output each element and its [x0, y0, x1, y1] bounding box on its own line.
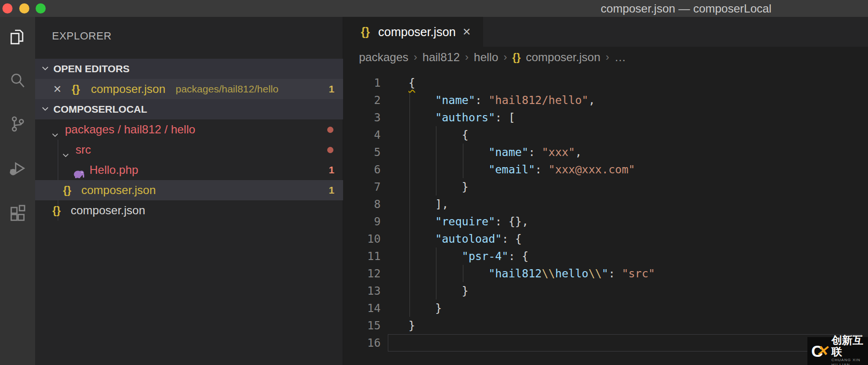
code-line-12[interactable]: 12 "hail812\\hello\\": "src": [344, 265, 868, 282]
code-line-15[interactable]: 15}: [344, 317, 868, 334]
tree-item-label: packages / hail812 / hello: [65, 119, 195, 140]
open-editor-item[interactable]: × {} composer.json packages/hail812/hell…: [35, 79, 343, 99]
code-line-2[interactable]: 2 "name": "hail812/hello",: [344, 91, 868, 109]
line-number[interactable]: 14: [344, 300, 381, 317]
code-token: [408, 215, 435, 228]
breadcrumb-item[interactable]: composer.json: [526, 51, 600, 64]
line-number[interactable]: 7: [344, 178, 381, 196]
tab-composer-json[interactable]: {} composer.json ×: [344, 17, 483, 47]
maximize-window-button[interactable]: [36, 3, 46, 13]
code-token: [408, 250, 462, 262]
code-line-10[interactable]: 10 "autoload": {: [344, 230, 868, 248]
line-number[interactable]: 1: [344, 74, 381, 91]
code-token: [408, 111, 435, 124]
code-line-14[interactable]: 14 }: [344, 300, 868, 317]
code-token: \\: [588, 267, 602, 280]
code-token: }: [408, 319, 415, 332]
code-token: "hail812: [488, 267, 542, 280]
close-window-button[interactable]: [2, 3, 13, 13]
breadcrumb-item[interactable]: packages: [359, 51, 408, 64]
code-token: {: [515, 233, 522, 245]
tree-item-composer-json-selected[interactable]: {} composer.json 1: [35, 180, 343, 200]
problem-badge: 1: [329, 160, 334, 180]
code-text: {: [408, 74, 415, 91]
watermark-subtitle: CHUANG XIN HU LIAN: [831, 358, 868, 365]
breadcrumb: packages › hail812 › hello › {} composer…: [344, 47, 868, 67]
code-line-7[interactable]: 7 }: [344, 178, 868, 196]
code-token: [408, 267, 488, 280]
extensions-icon[interactable]: [9, 204, 26, 222]
line-number[interactable]: 16: [344, 334, 381, 352]
open-editors-header[interactable]: OPEN EDITORS: [35, 59, 343, 79]
code-token: :: [495, 215, 509, 228]
line-number[interactable]: 5: [344, 143, 381, 161]
tree-item-composer-json-root[interactable]: {} composer.json: [35, 200, 343, 221]
code-token: [408, 163, 488, 176]
code-text: "email": "xxx@xxx.com": [408, 161, 635, 178]
code-token: :: [495, 111, 509, 124]
code-line-1[interactable]: 1{: [344, 74, 868, 91]
code-token: :: [535, 163, 549, 176]
json-file-icon: {}: [512, 51, 521, 64]
code-line-5[interactable]: 5 "name": "xxx",: [344, 143, 868, 161]
code-token: "email": [488, 163, 535, 176]
tab-close-icon[interactable]: ×: [463, 17, 471, 47]
tree-item-packages-folder[interactable]: packages / hail812 / hello: [35, 119, 343, 140]
line-number[interactable]: 11: [344, 248, 381, 265]
code-token: "name": [488, 146, 528, 158]
code-line-13[interactable]: 13 }: [344, 282, 868, 300]
code-line-8[interactable]: 8 ],: [344, 196, 868, 213]
code-token: ],: [408, 198, 448, 210]
breadcrumb-item[interactable]: hello: [474, 51, 498, 64]
json-file-icon: {}: [72, 79, 80, 99]
breadcrumb-item[interactable]: hail812: [422, 51, 460, 64]
line-number[interactable]: 10: [344, 230, 381, 248]
breadcrumb-item[interactable]: …: [614, 51, 626, 64]
run-debug-icon[interactable]: [9, 159, 26, 177]
line-number[interactable]: 2: [344, 91, 381, 109]
code-token: }: [408, 285, 469, 297]
line-number[interactable]: 13: [344, 282, 381, 300]
code-text: "authors": [: [408, 109, 515, 126]
line-number[interactable]: 15: [344, 317, 381, 334]
code-token: :: [528, 146, 542, 158]
code-text: }: [408, 282, 469, 300]
source-control-icon[interactable]: [9, 115, 26, 133]
explorer-sidebar: EXPLORER OPEN EDITORS × {} composer.json…: [35, 17, 343, 365]
watermark-title: 创新互联: [831, 335, 868, 358]
minimize-window-button[interactable]: [19, 3, 29, 13]
code-line-3[interactable]: 3 "authors": [: [344, 109, 868, 126]
project-section-header[interactable]: COMPOSERLOCAL: [35, 99, 343, 119]
code-editor[interactable]: 1{2 "name": "hail812/hello",3 "authors":…: [344, 67, 868, 365]
breadcrumb-separator: ›: [504, 51, 507, 64]
breadcrumb-separator: ›: [465, 51, 468, 64]
code-line-4[interactable]: 4 {: [344, 126, 868, 143]
code-text: "hail812\\hello\\": "src": [408, 265, 655, 282]
line-number[interactable]: 3: [344, 109, 381, 126]
line-number[interactable]: 4: [344, 126, 381, 143]
line-number[interactable]: 12: [344, 265, 381, 282]
code-token: "require": [435, 215, 495, 228]
sidebar-title: EXPLORER: [52, 29, 112, 43]
code-line-9[interactable]: 9 "require": {},: [344, 213, 868, 230]
code-text: "name": "hail812/hello",: [408, 91, 595, 109]
window-title: composer.json — composerLocal: [566, 0, 806, 17]
line-number[interactable]: 6: [344, 161, 381, 178]
explorer-icon[interactable]: [9, 28, 26, 46]
modified-dot-badge: [327, 127, 333, 133]
search-icon[interactable]: [9, 72, 26, 90]
line-number[interactable]: 8: [344, 196, 381, 213]
breadcrumb-separator: ›: [606, 51, 609, 64]
code-line-6[interactable]: 6 "email": "xxx@xxx.com": [344, 161, 868, 178]
line-number[interactable]: 9: [344, 213, 381, 230]
code-token: \\: [542, 267, 555, 280]
open-editor-filename: composer.json: [91, 79, 166, 99]
tree-item-label: composer.json: [71, 200, 145, 221]
tree-item-src-folder[interactable]: src: [35, 140, 343, 160]
code-line-11[interactable]: 11 "psr-4": {: [344, 248, 868, 265]
problem-badge: 1: [329, 180, 334, 200]
code-token: {: [522, 250, 528, 262]
close-editor-icon[interactable]: ×: [53, 79, 61, 99]
code-text: {: [408, 126, 469, 143]
tree-item-hello-php[interactable]: Hello.php 1: [35, 160, 343, 180]
